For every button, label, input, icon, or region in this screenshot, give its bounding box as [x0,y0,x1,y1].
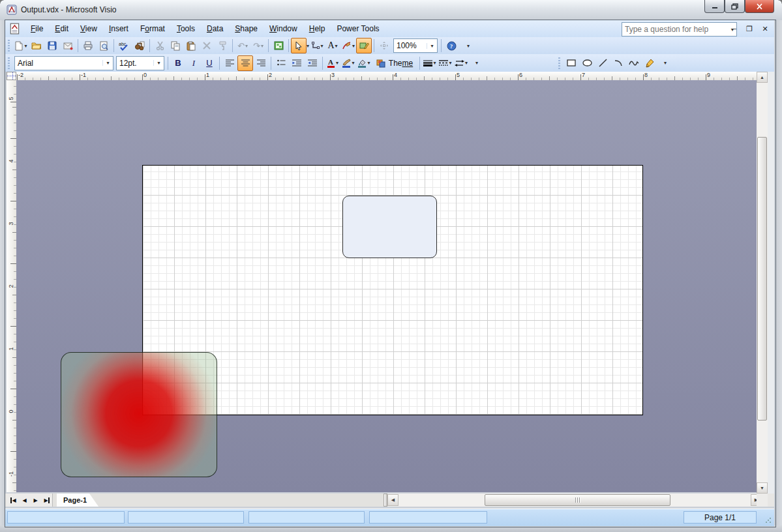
paste-button[interactable] [183,38,199,53]
vertical-scroll-thumb[interactable] [757,137,767,421]
pointer-tool-button[interactable] [291,38,307,53]
drawing-tools-button[interactable] [356,38,372,53]
visio-window: Output.vdx - Microsoft Visio FileEditVie… [0,0,782,532]
increase-indent-button[interactable] [305,55,320,71]
scroll-left-button[interactable]: ◀ [387,494,399,506]
menu-item-help[interactable]: Help [303,22,331,36]
redo-button[interactable]: ↷▾ [250,38,266,53]
ellipse-tool-button[interactable] [579,55,595,71]
menu-item-format[interactable]: Format [134,22,171,36]
menu-item-view[interactable]: View [74,22,103,36]
first-page-button[interactable]: ◀ [8,494,19,506]
formatting-toolbar-options[interactable]: ▾ [469,55,485,71]
minimize-button[interactable] [704,0,725,13]
document-icon [9,23,21,35]
bullets-button[interactable] [273,55,289,71]
freeform-tool-button[interactable] [626,55,642,71]
question-input[interactable] [622,25,729,34]
copy-button[interactable] [168,38,183,53]
maximize-button[interactable] [725,0,745,13]
horizontal-ruler[interactable]: -2-10123456789 [16,72,757,80]
line-weight-icon [423,59,432,66]
font-color-button[interactable]: A ▾ [325,55,340,71]
pan-zoom-button[interactable] [376,38,392,53]
align-right-button[interactable] [253,55,269,71]
save-button[interactable] [44,38,60,53]
mail-icon [63,42,73,50]
doc-close-icon[interactable]: ✕ [760,23,770,34]
ink-tool-button[interactable]: ▾ [340,38,356,53]
mail-button[interactable] [60,38,76,53]
zoom-combo[interactable]: 100% ▾ [393,38,438,53]
connector-tool-button[interactable]: ▾ [309,38,325,53]
vertical-ruler[interactable]: 543210-1 [7,80,16,492]
vruler-label: 1 [8,344,14,353]
font-name-combo[interactable]: Arial ▾ [14,56,113,70]
standard-toolbar: ▾ abc [5,37,774,54]
align-left-button[interactable] [222,55,237,71]
toolbar-options-icon: ▾ [475,60,478,66]
research-button[interactable] [132,38,147,53]
new-document-button[interactable]: ▾ [13,38,29,53]
undo-button[interactable]: ↶▾ [235,38,250,53]
font-size-combo[interactable]: 12pt. ▾ [116,56,164,70]
page-tab-page-1[interactable]: Page-1 [57,494,98,507]
spelling-button[interactable]: abc [116,38,132,53]
help-button[interactable]: ? [444,38,459,53]
page-navigation: ◀ ◀ ▶ ▶ [7,494,53,507]
delete-button[interactable] [199,38,215,53]
line-tool-button[interactable] [595,55,610,71]
hruler-label: 4 [394,72,397,78]
rounded-rectangle-shape[interactable] [342,196,437,258]
previous-page-button[interactable]: ◀ [19,494,30,506]
menu-item-window[interactable]: Window [263,22,303,36]
menu-item-insert[interactable]: Insert [103,22,134,36]
line-pattern-button[interactable]: ▾ [438,55,453,71]
menu-item-tools[interactable]: Tools [171,22,201,36]
menu-item-file[interactable]: File [25,22,49,36]
next-page-button[interactable]: ▶ [30,494,41,506]
text-tool-button[interactable]: A ▾ [325,38,340,53]
line-color-button[interactable]: ▾ [340,55,356,71]
bold-button[interactable]: B [170,55,186,71]
resize-grip-icon[interactable] [765,517,772,524]
toolbar-grip[interactable] [7,40,10,52]
last-page-button[interactable]: ▶ [41,494,52,506]
standard-toolbar-options[interactable]: ▾ [460,38,476,53]
theme-button[interactable]: Theme [372,55,417,71]
menu-item-power-tools[interactable]: Power Tools [331,22,385,36]
decrease-indent-button[interactable] [289,55,305,71]
text-tool-icon: A [327,40,334,51]
scroll-up-button[interactable]: ▲ [757,72,768,83]
drawing-toolbar-options[interactable]: ▾ [657,55,673,71]
fill-color-button[interactable]: ▾ [356,55,372,71]
toolbar-grip[interactable] [7,57,10,69]
doc-restore-icon[interactable]: ❐ [744,23,755,34]
gradient-shape[interactable] [61,352,217,477]
align-center-button[interactable] [237,55,253,71]
print-button[interactable] [80,38,96,53]
cut-button[interactable] [152,38,168,53]
horizontal-scroll-thumb[interactable] [485,494,670,506]
underline-button[interactable]: U [202,55,217,71]
line-ends-button[interactable]: ▾ [453,55,469,71]
open-button[interactable] [29,38,44,53]
shapes-window-button[interactable] [271,38,286,53]
scroll-down-button[interactable]: ▼ [757,482,768,494]
tab-strip: Page-1 [52,494,389,507]
freeform-icon [629,60,639,66]
drawing-canvas[interactable] [16,80,757,492]
doc-minimize-icon[interactable]: ─ [729,23,739,34]
arc-tool-button[interactable] [610,55,626,71]
italic-button[interactable]: I [186,55,202,71]
pencil-tool-button[interactable] [642,55,657,71]
print-preview-button[interactable] [96,38,112,53]
format-painter-button[interactable] [215,38,230,53]
menu-item-shape[interactable]: Shape [229,22,263,36]
menu-item-data[interactable]: Data [201,22,229,36]
line-weight-button[interactable]: ▾ [422,55,438,71]
toolbar-grip[interactable] [558,57,561,69]
menu-item-edit[interactable]: Edit [49,22,74,36]
rectangle-tool-button[interactable] [564,55,579,71]
close-button[interactable] [745,0,774,13]
